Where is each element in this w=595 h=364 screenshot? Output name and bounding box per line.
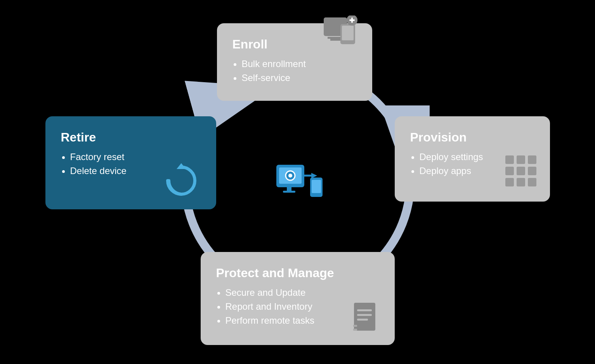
svg-rect-22 bbox=[357, 319, 368, 321]
retire-refresh-icon bbox=[162, 161, 201, 202]
svg-rect-35 bbox=[312, 180, 321, 193]
svg-rect-17 bbox=[517, 178, 525, 186]
svg-rect-13 bbox=[505, 167, 514, 175]
svg-marker-33 bbox=[311, 173, 317, 178]
svg-rect-12 bbox=[528, 155, 536, 164]
enroll-card: Enroll Bulk enrollment Self-service bbox=[217, 23, 372, 101]
svg-rect-14 bbox=[517, 167, 525, 175]
svg-rect-21 bbox=[357, 314, 372, 316]
svg-rect-9 bbox=[351, 17, 353, 23]
enroll-list: Bulk enrollment Self-service bbox=[232, 59, 357, 83]
svg-rect-16 bbox=[505, 178, 514, 186]
retire-title: Retire bbox=[61, 130, 201, 145]
provision-card: Provision Deploy settings Deploy apps bbox=[395, 116, 550, 202]
svg-rect-20 bbox=[357, 309, 372, 311]
provision-title: Provision bbox=[410, 130, 534, 145]
svg-rect-29 bbox=[283, 191, 295, 193]
enroll-icon bbox=[322, 16, 361, 52]
protect-item-1: Secure and Update bbox=[226, 287, 379, 298]
center-management-icon bbox=[274, 163, 321, 202]
diagram-container: Enroll Bulk enrollment Self-service bbox=[30, 12, 566, 353]
svg-rect-24 bbox=[353, 329, 357, 331]
protect-title: Protect and Manage bbox=[216, 266, 379, 280]
protect-icon bbox=[350, 301, 383, 337]
enroll-item-1: Bulk enrollment bbox=[242, 59, 357, 69]
svg-rect-28 bbox=[287, 187, 291, 191]
svg-rect-10 bbox=[505, 155, 514, 164]
svg-rect-18 bbox=[528, 178, 536, 186]
svg-point-36 bbox=[315, 193, 317, 196]
protect-card: Protect and Manage Secure and Update Rep… bbox=[201, 252, 395, 345]
provision-icon bbox=[503, 154, 538, 190]
svg-rect-23 bbox=[353, 325, 357, 327]
svg-rect-15 bbox=[528, 167, 536, 175]
enroll-item-2: Self-service bbox=[242, 72, 357, 83]
svg-rect-4 bbox=[330, 39, 340, 41]
svg-rect-6 bbox=[342, 26, 354, 40]
svg-rect-19 bbox=[354, 303, 375, 331]
svg-point-31 bbox=[288, 174, 292, 178]
retire-card: Retire Factory reset Delete device bbox=[45, 116, 216, 209]
retire-item-1: Factory reset bbox=[70, 152, 201, 162]
svg-rect-11 bbox=[517, 155, 525, 164]
